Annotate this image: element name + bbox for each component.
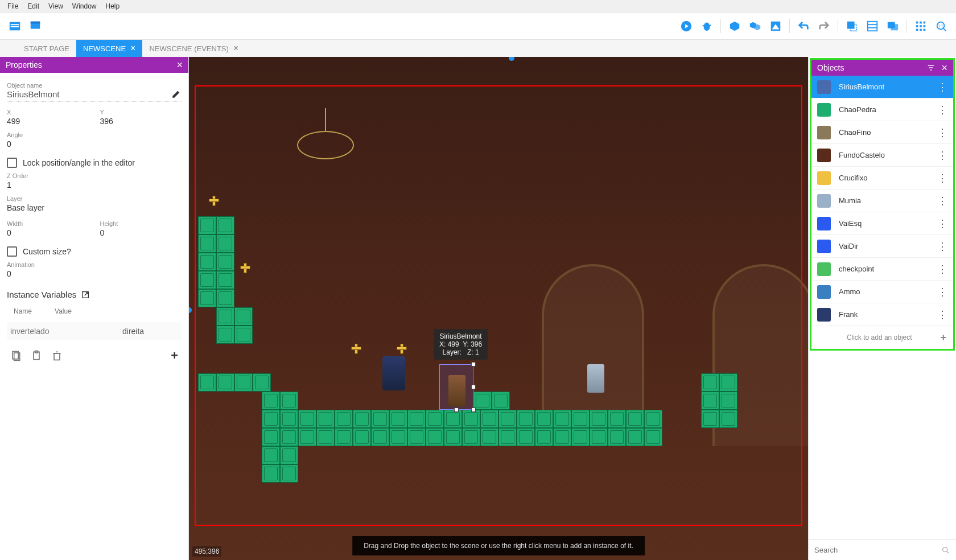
close-icon[interactable]: × — [941, 62, 947, 74]
tab-close-icon[interactable]: × — [130, 44, 135, 53]
add-object-label: Click to add an object — [847, 333, 912, 341]
object-item-frank[interactable]: Frank ⋮ — [811, 303, 953, 326]
add-icon[interactable]: + — [940, 332, 946, 344]
search-input[interactable] — [814, 546, 941, 554]
object-name-input[interactable] — [7, 89, 147, 99]
toggle-grid-button[interactable] — [863, 17, 881, 35]
menu-window[interactable]: Window — [68, 1, 101, 11]
lock-checkbox[interactable] — [7, 158, 17, 168]
height-value[interactable]: 0 — [100, 227, 182, 238]
object-thumb — [817, 240, 831, 253]
undo-button[interactable] — [794, 17, 813, 35]
object-name: Ammo — [839, 287, 929, 296]
toggle-mask-button[interactable] — [843, 17, 861, 35]
svg-rect-24 — [916, 25, 918, 27]
crucifix-sprite[interactable] — [209, 196, 218, 205]
open-external-icon[interactable] — [81, 290, 90, 299]
animation-value[interactable]: 0 — [7, 268, 182, 279]
panel-title: Objects — [817, 63, 844, 72]
object-name: VaiDir — [839, 242, 929, 250]
object-item-chaopedra[interactable]: ChaoPedra ⋮ — [811, 98, 953, 121]
toggle-window-mask-button[interactable] — [884, 17, 902, 35]
svg-line-31 — [943, 28, 946, 31]
kebab-icon[interactable]: ⋮ — [937, 149, 947, 162]
kebab-icon[interactable]: ⋮ — [937, 81, 947, 93]
tab-start-page[interactable]: START PAGE — [17, 40, 76, 57]
paste-icon[interactable] — [31, 350, 42, 361]
angle-value[interactable]: 0 — [7, 138, 182, 150]
menu-edit[interactable]: Edit — [23, 1, 44, 11]
menu-help[interactable]: Help — [101, 1, 125, 11]
search-icon[interactable] — [941, 546, 950, 555]
object-item-ammo[interactable]: Ammo ⋮ — [811, 281, 953, 303]
kebab-icon[interactable]: ⋮ — [937, 240, 947, 253]
svg-rect-16 — [868, 21, 877, 31]
kebab-icon[interactable]: ⋮ — [937, 263, 947, 275]
kebab-icon[interactable]: ⋮ — [937, 172, 947, 184]
object-item-chaofino[interactable]: ChaoFino ⋮ — [811, 121, 953, 144]
kebab-icon[interactable]: ⋮ — [937, 308, 947, 321]
object-item-fundocastelo[interactable]: FundoCastelo ⋮ — [811, 144, 953, 167]
scene-canvas[interactable]: document.write(Array.from({length:22},(_… — [189, 57, 808, 560]
copy-icon[interactable] — [10, 350, 22, 361]
tab-close-icon[interactable]: × — [233, 44, 238, 53]
mummy-sprite[interactable] — [587, 364, 604, 393]
object-item-mumia[interactable]: Mumia ⋮ — [811, 190, 953, 212]
grid-options-button[interactable] — [912, 17, 930, 35]
crucifix-sprite[interactable] — [351, 344, 360, 353]
object-item-checkpoint[interactable]: checkpoint ⋮ — [811, 258, 953, 281]
selected-instance[interactable] — [439, 364, 473, 410]
project-manager-button[interactable] — [6, 17, 24, 35]
layer-select[interactable]: Base layer — [7, 202, 182, 213]
y-value[interactable]: 396 — [100, 116, 182, 127]
object-name: checkpoint — [839, 265, 929, 273]
angle-label: Angle — [7, 131, 182, 138]
kebab-icon[interactable]: ⋮ — [937, 217, 947, 230]
redo-button[interactable] — [815, 17, 833, 35]
add-variable-button[interactable]: + — [171, 348, 178, 363]
kebab-icon[interactable]: ⋮ — [937, 126, 947, 139]
new-scene-button[interactable] — [26, 17, 44, 35]
close-icon[interactable]: × — [176, 59, 183, 71]
var-name-header: Name — [14, 307, 32, 315]
delete-icon[interactable] — [51, 350, 63, 361]
object-name: SiriusBelmont — [839, 83, 929, 91]
kebab-icon[interactable]: ⋮ — [937, 195, 947, 207]
menu-view[interactable]: View — [44, 1, 68, 11]
filter-icon[interactable] — [926, 63, 936, 72]
svg-rect-23 — [924, 21, 926, 23]
object-item-crucifixo[interactable]: Crucifixo ⋮ — [811, 167, 953, 190]
kebab-icon[interactable]: ⋮ — [937, 104, 947, 116]
object-item-vaidir[interactable]: VaiDir ⋮ — [811, 235, 953, 258]
kebab-icon[interactable]: ⋮ — [937, 286, 947, 298]
edit-object-button[interactable] — [726, 17, 744, 35]
add-object-row[interactable]: Click to add an object + — [811, 326, 953, 349]
zorder-value[interactable]: 1 — [7, 179, 182, 191]
objects-header: Objects × — [811, 60, 953, 76]
object-item-vaiesq[interactable]: VaiEsq ⋮ — [811, 212, 953, 235]
object-name: Frank — [839, 310, 929, 319]
tab-newscene[interactable]: NEWSCENE × — [76, 40, 142, 57]
crucifix-sprite[interactable] — [397, 344, 406, 353]
object-item-siriusbelmont[interactable]: SiriusBelmont ⋮ — [811, 76, 953, 98]
frank-sprite[interactable] — [382, 356, 405, 390]
play-button[interactable] — [677, 17, 695, 35]
crucifix-sprite[interactable] — [240, 263, 249, 272]
custom-size-checkbox[interactable] — [7, 246, 17, 257]
object-name: ChaoFino — [839, 128, 929, 137]
var-value-input[interactable] — [119, 322, 188, 340]
tab-newscene-events[interactable]: NEWSCENE (EVENTS) × — [142, 40, 245, 57]
var-name-input[interactable] — [7, 322, 113, 340]
edit-layers-button[interactable] — [767, 17, 785, 35]
zorder-label: Z Order — [7, 172, 182, 179]
edit-object-groups-button[interactable] — [746, 17, 764, 35]
svg-rect-1 — [11, 24, 19, 25]
properties-header: Properties × — [0, 57, 188, 73]
debug-button[interactable] — [698, 17, 716, 35]
toolbar: 1:1 — [0, 13, 956, 40]
menu-file[interactable]: File — [3, 1, 23, 11]
width-value[interactable]: 0 — [7, 227, 89, 238]
x-value[interactable]: 499 — [7, 116, 89, 127]
zoom-reset-button[interactable]: 1:1 — [932, 17, 950, 35]
edit-icon[interactable] — [171, 89, 182, 99]
